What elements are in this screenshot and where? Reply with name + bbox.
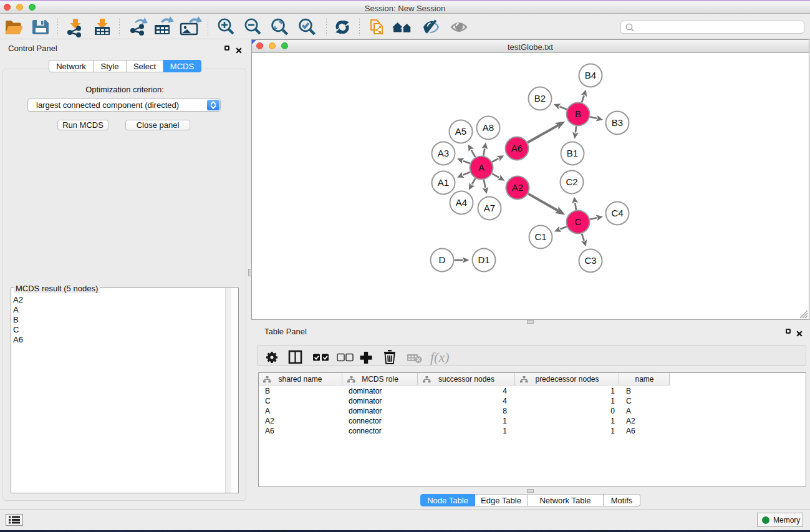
svg-text:C1: C1 bbox=[534, 231, 546, 242]
svg-text:A6: A6 bbox=[511, 143, 523, 153]
svg-text:C2: C2 bbox=[566, 177, 577, 187]
svg-text:B1: B1 bbox=[567, 148, 578, 158]
svg-text:B3: B3 bbox=[612, 117, 623, 128]
svg-text:A5: A5 bbox=[455, 126, 466, 137]
svg-text:A4: A4 bbox=[456, 197, 467, 208]
svg-text:A3: A3 bbox=[438, 148, 449, 158]
svg-text:B4: B4 bbox=[585, 70, 596, 80]
svg-text:A: A bbox=[478, 162, 485, 173]
svg-text:D1: D1 bbox=[478, 254, 489, 265]
svg-text:B: B bbox=[575, 109, 581, 119]
svg-text:C4: C4 bbox=[611, 208, 623, 218]
svg-text:A2: A2 bbox=[512, 182, 523, 193]
svg-text:A7: A7 bbox=[484, 203, 495, 213]
svg-text:A1: A1 bbox=[438, 177, 449, 188]
svg-text:B2: B2 bbox=[534, 93, 546, 104]
svg-text:f(x): f(x) bbox=[430, 349, 450, 365]
svg-text:C: C bbox=[575, 216, 582, 227]
svg-text:C3: C3 bbox=[584, 255, 596, 266]
svg-text:D: D bbox=[439, 254, 446, 265]
svg-text:A8: A8 bbox=[483, 122, 494, 133]
